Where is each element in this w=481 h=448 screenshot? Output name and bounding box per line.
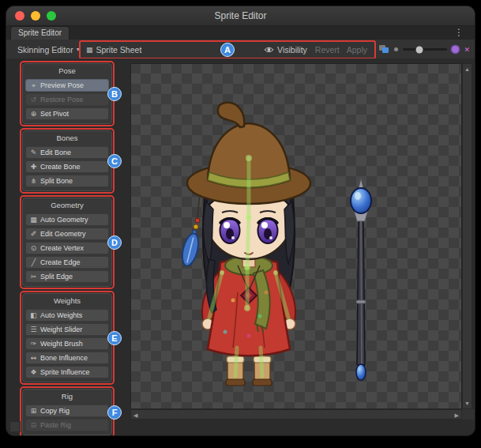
zoom-out-dot-icon[interactable] xyxy=(394,47,398,51)
button-label: Auto Geometry xyxy=(40,216,88,224)
weight-slider-icon: ☰ xyxy=(29,326,38,333)
skinning-canvas[interactable] xyxy=(130,63,462,409)
apply-button[interactable]: Apply xyxy=(347,45,367,55)
visibility-label: Visibility xyxy=(277,45,307,55)
annotation-label-b: B xyxy=(107,87,122,101)
rig-group: F Rig ⊞ Copy Rig ⊟ Paste Rig xyxy=(22,389,112,435)
auto-weights-icon: ◧ xyxy=(29,311,38,319)
annotation-label-f: F xyxy=(107,405,122,420)
button-label: Auto Weights xyxy=(40,311,82,319)
group-title-geometry: Geometry xyxy=(25,200,109,212)
preview-pose-icon: ⌖ xyxy=(29,81,38,90)
auto-geometry-button[interactable]: ▦ Auto Geometry xyxy=(25,213,109,226)
zoom-slider[interactable] xyxy=(403,48,447,51)
scroll-right-icon[interactable]: ▶ xyxy=(455,412,459,417)
auto-weights-button[interactable]: ◧ Auto Weights xyxy=(25,309,109,322)
annotation-label-d: D xyxy=(107,235,122,250)
auto-geometry-icon: ▦ xyxy=(29,216,38,224)
button-label: Paste Rig xyxy=(40,421,71,429)
zoom-window-button[interactable] xyxy=(47,11,56,21)
revert-button[interactable]: Revert xyxy=(315,45,340,55)
sprite-sheet-dropdown[interactable]: ▦ Sprite Sheet xyxy=(86,45,141,55)
scroll-down-icon[interactable]: ▼ xyxy=(464,401,470,406)
split-edge-icon: ✂ xyxy=(29,273,38,280)
mode-label: Skinning Editor xyxy=(17,45,73,55)
zoom-slider-knob[interactable] xyxy=(415,46,423,53)
sprite-influence-icon: ❖ xyxy=(29,368,38,376)
button-label: Edit Bone xyxy=(40,149,71,156)
button-label: Weight Slider xyxy=(40,326,82,333)
preview-pose-button[interactable]: ⌖ Preview Pose xyxy=(25,79,109,92)
create-bone-icon: ✚ xyxy=(29,163,38,171)
tab-sprite-editor[interactable]: Sprite Editor xyxy=(10,26,70,40)
split-bone-button[interactable]: ⋔ Split Bone xyxy=(25,175,109,187)
sprite-influence-button[interactable]: ❖ Sprite Influence xyxy=(25,366,109,378)
scroll-left-icon[interactable]: ◀ xyxy=(133,412,137,417)
character-sprite xyxy=(179,103,310,386)
pose-group: B Pose ⌖ Preview Pose ↺ Restore Pose ⊕ S… xyxy=(22,63,112,124)
copy-rig-button[interactable]: ⊞ Copy Rig xyxy=(25,405,109,417)
corner-grip xyxy=(9,421,21,432)
tab-strip: Sprite Editor ⋮ xyxy=(6,26,475,40)
weights-group: E Weights ◧ Auto Weights ☰ Weight Slider… xyxy=(22,293,112,382)
kebab-menu-icon[interactable]: ⋮ xyxy=(454,28,464,37)
group-title-pose: Pose xyxy=(25,66,109,77)
group-title-bones: Bones xyxy=(25,133,109,145)
scrollbar-corner xyxy=(462,409,475,420)
edit-bone-icon: ✎ xyxy=(29,149,38,156)
button-label: Create Vertex xyxy=(40,244,84,252)
scroll-up-icon[interactable]: ▲ xyxy=(464,66,470,72)
button-label: Weight Brush xyxy=(40,340,83,348)
bones-group: C Bones ✎ Edit Bone ✚ Create Bone ⋔ Spli… xyxy=(22,130,112,191)
button-label: Set Pivot xyxy=(40,110,69,118)
edit-geometry-button[interactable]: ✐ Edit Geometry xyxy=(25,228,109,240)
close-icon[interactable]: ✕ xyxy=(464,46,470,54)
weight-brush-button[interactable]: ✑ Weight Brush xyxy=(25,337,109,350)
edit-geometry-icon: ✐ xyxy=(29,230,38,238)
paste-rig-button[interactable]: ⊟ Paste Rig xyxy=(25,419,109,431)
sprite-sheet-icon: ▦ xyxy=(86,46,93,54)
edit-bone-button[interactable]: ✎ Edit Bone xyxy=(25,146,109,159)
restore-pose-icon: ↺ xyxy=(29,96,38,104)
weight-slider-button[interactable]: ☰ Weight Slider xyxy=(25,323,109,336)
button-label: Create Bone xyxy=(40,163,81,171)
button-label: Split Edge xyxy=(40,273,73,280)
zoom-in-dot-icon[interactable] xyxy=(452,46,459,53)
button-label: Preview Pose xyxy=(40,81,84,89)
button-label: Create Edge xyxy=(40,258,81,266)
staff-sprite xyxy=(351,179,371,380)
button-label: Bone Influence xyxy=(40,354,88,362)
create-bone-button[interactable]: ✚ Create Bone xyxy=(25,160,109,173)
vertical-scrollbar[interactable]: ▲ ▼ xyxy=(462,63,472,409)
annotation-label-e: E xyxy=(107,331,122,345)
create-edge-icon: ╱ xyxy=(29,258,38,266)
restore-pose-button[interactable]: ↺ Restore Pose xyxy=(25,93,109,106)
sprite-editor-window: Sprite Editor Sprite Editor ⋮ Skinning E… xyxy=(6,6,475,435)
create-edge-button[interactable]: ╱ Create Edge xyxy=(25,256,109,269)
sprite-canvas-art xyxy=(130,63,462,409)
paste-rig-icon: ⊟ xyxy=(29,421,38,429)
editor-content: B Pose ⌖ Preview Pose ↺ Restore Pose ⊕ S… xyxy=(6,58,475,435)
button-label: Restore Pose xyxy=(40,96,84,104)
group-title-rig: Rig xyxy=(25,391,109,403)
create-vertex-button[interactable]: ⊙ Create Vertex xyxy=(25,242,109,254)
button-label: Split Bone xyxy=(40,177,73,185)
minimize-window-button[interactable] xyxy=(31,11,40,21)
horizontal-scrollbar[interactable]: ◀ ▶ xyxy=(130,409,462,420)
button-label: Copy Rig xyxy=(40,407,70,415)
split-edge-button[interactable]: ✂ Split Edge xyxy=(25,270,109,283)
group-title-weights: Weights xyxy=(25,296,109,307)
close-window-button[interactable] xyxy=(15,11,24,21)
overlay-toggle-icon[interactable] xyxy=(379,45,389,54)
weight-brush-icon: ✑ xyxy=(29,340,38,348)
bone-influence-button[interactable]: ↭ Bone Influence xyxy=(25,352,109,364)
visibility-toggle[interactable]: Visibility xyxy=(264,45,307,55)
sprite-sheet-label: Sprite Sheet xyxy=(96,45,142,55)
geometry-group: D Geometry ▦ Auto Geometry ✐ Edit Geomet… xyxy=(22,198,112,287)
button-label: Sprite Influence xyxy=(40,368,90,376)
set-pivot-button[interactable]: ⊕ Set Pivot xyxy=(25,107,109,120)
set-pivot-icon: ⊕ xyxy=(29,110,38,118)
title-bar: Sprite Editor xyxy=(6,6,475,26)
editor-mode-dropdown[interactable]: Skinning Editor ▾ xyxy=(17,45,80,55)
skinning-toolbar: Skinning Editor ▾ ▦ Sprite Sheet Visibil… xyxy=(6,40,475,60)
